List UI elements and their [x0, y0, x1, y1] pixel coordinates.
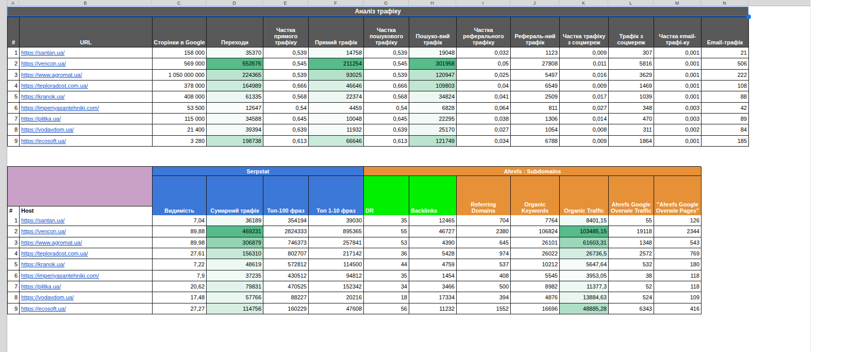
data-cell[interactable]: 27,61	[153, 248, 207, 259]
data-cell[interactable]: 19118	[609, 226, 654, 237]
url-link[interactable]: https://plitka.ua/	[21, 283, 61, 290]
data-cell[interactable]: 974	[457, 248, 511, 259]
url-cell[interactable]: https://imperiyasantehniki.com/	[20, 103, 153, 114]
serpstat-band[interactable]: Serpstat	[153, 167, 364, 176]
data-cell[interactable]: 704	[457, 215, 511, 226]
data-cell[interactable]: 6828	[409, 103, 457, 114]
data-cell[interactable]: 569 000	[153, 58, 207, 69]
data-cell[interactable]: 34	[364, 281, 409, 292]
data-cell[interactable]: 198738	[207, 136, 263, 147]
data-cell[interactable]: 0,027	[457, 124, 511, 135]
data-cell[interactable]: 7,9	[153, 270, 207, 281]
data-cell[interactable]: 35	[364, 215, 409, 226]
data-cell[interactable]: 0,666	[263, 81, 309, 91]
data-cell[interactable]: 57766	[207, 292, 263, 303]
data-cell[interactable]: 5816	[609, 58, 654, 69]
data-cell[interactable]: 160229	[263, 303, 309, 314]
data-cell[interactable]: 0,545	[364, 58, 409, 69]
table-title[interactable]: Аналіз трафіку	[7, 7, 748, 17]
data-cell[interactable]: 37235	[207, 270, 263, 281]
data-cell[interactable]: 222	[702, 70, 749, 81]
data-cell[interactable]: 470525	[263, 281, 309, 292]
data-cell[interactable]: 2380	[457, 226, 511, 237]
data-cell[interactable]: 0,034	[457, 136, 511, 147]
data-cell[interactable]: 301958	[409, 58, 457, 69]
column-header[interactable]: URL	[20, 17, 153, 47]
data-cell[interactable]: 0,54	[263, 103, 309, 114]
data-cell[interactable]: 55	[364, 226, 409, 237]
row-number-cell[interactable]: 4	[8, 248, 20, 259]
data-cell[interactable]: 0,003	[654, 103, 702, 114]
url-cell[interactable]: https://teploradost.com.ua/	[20, 81, 153, 91]
column-letter[interactable]: I	[456, 0, 510, 6]
data-cell[interactable]: 52	[609, 281, 654, 292]
data-cell[interactable]: 27808	[511, 58, 560, 69]
data-cell[interactable]: 572812	[263, 259, 309, 270]
data-cell[interactable]: 0,009	[560, 81, 609, 91]
data-cell[interactable]: 21 400	[153, 124, 207, 135]
data-cell[interactable]: 0,001	[654, 47, 702, 58]
data-cell[interactable]: 0,001	[654, 58, 702, 69]
data-cell[interactable]: 152342	[309, 281, 364, 292]
data-cell[interactable]: 5647,64	[560, 259, 609, 270]
column-header[interactable]: Backlinks	[409, 176, 457, 216]
data-cell[interactable]: 11932	[309, 124, 364, 135]
column-header[interactable]: Видимість	[153, 176, 207, 216]
data-cell[interactable]: 0,05	[457, 58, 511, 69]
data-cell[interactable]: 93025	[309, 70, 364, 81]
data-cell[interactable]: 378 000	[153, 81, 207, 91]
data-cell[interactable]: 1123	[511, 47, 560, 58]
data-cell[interactable]: 217142	[309, 248, 364, 259]
data-cell[interactable]: 42	[702, 103, 749, 114]
data-cell[interactable]: 61603,31	[560, 237, 609, 248]
data-cell[interactable]: 553576	[207, 58, 263, 69]
data-cell[interactable]: 0,539	[263, 47, 309, 58]
data-cell[interactable]: 46727	[409, 226, 457, 237]
data-cell[interactable]: 1054	[511, 124, 560, 135]
data-cell[interactable]: 22295	[409, 114, 457, 124]
data-cell[interactable]: 158 000	[153, 47, 207, 58]
data-cell[interactable]: 11232	[409, 303, 457, 314]
data-cell[interactable]: 25170	[409, 124, 457, 135]
data-cell[interactable]: 1454	[409, 270, 457, 281]
data-cell[interactable]: 10212	[511, 259, 560, 270]
column-header[interactable]: Ahrefs Google Overwie Traffic	[609, 176, 654, 216]
url-cell[interactable]: https://santan.ua/	[20, 215, 153, 226]
data-cell[interactable]: 2824333	[263, 226, 309, 237]
data-cell[interactable]: 88	[702, 91, 749, 102]
data-cell[interactable]: 39394	[207, 124, 263, 135]
url-link[interactable]: https://ecosoft.ua/	[21, 306, 66, 312]
row-number-cell[interactable]: 6	[8, 270, 20, 281]
url-link[interactable]: https://kranok.ua/	[21, 93, 64, 100]
column-letter[interactable]: F	[308, 0, 363, 6]
column-header[interactable]: Пошуко-вий трафік	[409, 17, 457, 47]
data-cell[interactable]: 10048	[309, 114, 364, 124]
data-cell[interactable]: 53	[364, 237, 409, 248]
url-cell[interactable]: https://www.agromat.ua/	[20, 70, 153, 81]
column-letter[interactable]: C	[152, 0, 206, 6]
data-cell[interactable]: 7,22	[153, 259, 207, 270]
data-cell[interactable]: 61335	[207, 91, 263, 102]
data-cell[interactable]: 114756	[207, 303, 263, 314]
data-cell[interactable]: 802707	[263, 248, 309, 259]
data-cell[interactable]: 5428	[409, 248, 457, 259]
data-cell[interactable]: 20,62	[153, 281, 207, 292]
data-cell[interactable]: 0,539	[364, 70, 409, 81]
data-cell[interactable]: 408	[457, 270, 511, 281]
data-cell[interactable]: 532	[609, 259, 654, 270]
data-cell[interactable]: 19048	[409, 47, 457, 58]
column-header[interactable]: Частка трафіку з соцмереж	[560, 17, 609, 47]
data-cell[interactable]: 48619	[207, 259, 263, 270]
data-cell[interactable]: 506	[702, 58, 749, 69]
data-cell[interactable]: 0,038	[457, 114, 511, 124]
data-cell[interactable]: 469231	[207, 226, 263, 237]
row-number-cell[interactable]: 8	[8, 292, 20, 303]
column-header[interactable]: Сторінки в Google	[153, 17, 207, 47]
data-cell[interactable]: 0,027	[560, 103, 609, 114]
column-letter[interactable]: D	[206, 0, 263, 6]
data-cell[interactable]: 0,002	[654, 124, 702, 135]
data-cell[interactable]: 0,003	[654, 114, 702, 124]
column-header[interactable]: Трафік з соцмереж	[609, 17, 654, 47]
url-cell[interactable]: https://vencon.ua/	[20, 58, 153, 69]
data-cell[interactable]: 895365	[309, 226, 364, 237]
